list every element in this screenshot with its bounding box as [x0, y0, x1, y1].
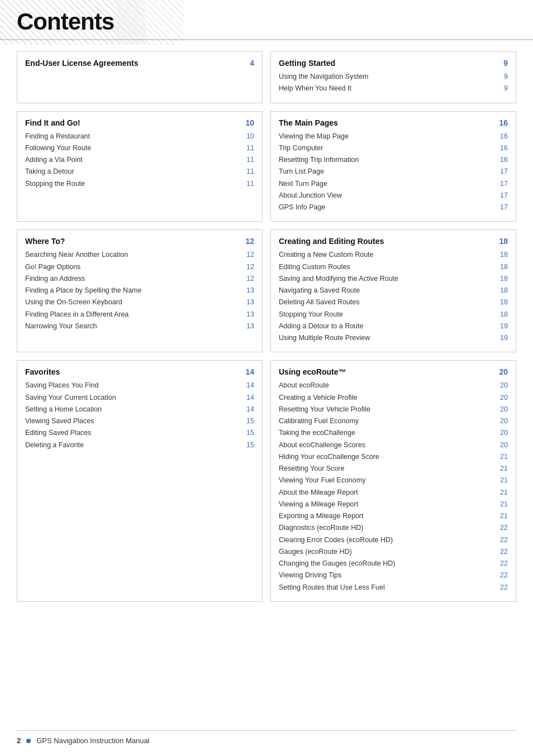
list-item: About ecoChallenge Scores20 [279, 439, 508, 451]
toc-item-label: Trip Computer [279, 142, 323, 154]
toc-item-label: About Junction View [279, 190, 342, 202]
list-item: Creating a Vehicle Profile20 [279, 392, 508, 404]
section-end-user: End-User License Agreements 4 [17, 51, 263, 103]
list-item: Changing the Gauges (ecoRoute HD)22 [279, 558, 508, 570]
toc-item-page: 17 [497, 178, 508, 190]
section-creating-routes-page: 18 [494, 237, 508, 246]
toc-item-label: Using the On-Screen Keyboard [25, 296, 122, 308]
toc-item-page: 21 [497, 451, 508, 463]
list-item: GPS Info Page17 [279, 202, 508, 213]
toc-item-label: Finding an Address [25, 273, 85, 285]
toc-item-page: 22 [497, 546, 508, 558]
section-find-page: 10 [241, 118, 254, 127]
where-to-items: Searching Near Another Location12Go! Pag… [25, 249, 254, 332]
section-main-pages-page: 16 [494, 118, 508, 127]
toc-item-page: 18 [497, 285, 508, 296]
list-item: Adding a Detour to a Route19 [279, 320, 508, 332]
section-getting-started-title: Getting Started [279, 59, 335, 68]
section-favorites-title: Favorites [25, 367, 60, 376]
favorites-items: Saving Places You Find14Saving Your Curr… [25, 380, 254, 451]
toc-item-label: Using Multiple Route Preview [279, 332, 370, 344]
toc-item-page: 13 [243, 309, 254, 320]
section-ecoroute-title: Using ecoRoute™ [279, 367, 346, 376]
section-where-to-header: Where To? 12 [25, 237, 254, 246]
list-item: Stopping the Route11 [25, 178, 254, 190]
toc-item-page: 14 [243, 380, 254, 391]
section-getting-started-header: Getting Started 9 [279, 59, 508, 68]
toc-item-page: 22 [497, 558, 508, 570]
toc-item-label: Saving Places You Find [25, 380, 98, 391]
list-item: Exporting a Mileage Report21 [279, 510, 508, 522]
list-item: Calibrating Fuel Economy20 [279, 415, 508, 427]
list-item: Taking a Detour11 [25, 166, 254, 178]
list-item: Trip Computer16 [279, 142, 508, 154]
find-items: Finding a Restaurant10Following Your Rou… [25, 131, 254, 190]
list-item: Viewing Your Fuel Economy21 [279, 475, 508, 486]
toc-item-label: Gauges (ecoRoute HD) [279, 546, 352, 558]
toc-item-label: Navigating a Saved Route [279, 285, 360, 296]
toc-item-page: 18 [497, 296, 508, 308]
toc-item-page: 20 [497, 392, 508, 404]
toc-item-label: Turn List Page [279, 166, 324, 178]
section-where-to-page: 12 [241, 237, 254, 246]
toc-item-label: Deleting a Favorite [25, 439, 84, 451]
list-item: Viewing a Mileage Report21 [279, 499, 508, 510]
list-item: Next Turn Page17 [279, 178, 508, 190]
content-wrapper: End-User License Agreements 4 Getting St… [0, 40, 533, 649]
list-item: Saving and Modifying the Active Route18 [279, 273, 508, 285]
footer-bullet-icon [26, 739, 31, 743]
toc-item-page: 20 [497, 427, 508, 439]
mid-row: Find It and Go! 10 Finding a Restaurant1… [17, 111, 516, 222]
toc-item-page: 22 [497, 570, 508, 581]
toc-item-label: Resetting Trip Information [279, 154, 359, 166]
section-main-pages-header: The Main Pages 16 [279, 118, 508, 127]
toc-item-page: 22 [497, 534, 508, 546]
list-item: Viewing Driving Tips22 [279, 570, 508, 581]
toc-item-page: 16 [497, 131, 508, 142]
section-getting-started: Getting Started 9 Using the Navigation S… [270, 51, 516, 103]
toc-item-page: 17 [497, 190, 508, 202]
toc-item-page: 9 [497, 71, 508, 83]
toc-item-page: 20 [497, 404, 508, 415]
toc-item-label: Deleting All Saved Routes [279, 296, 360, 308]
toc-item-page: 21 [497, 463, 508, 475]
toc-item-page: 11 [243, 166, 254, 178]
section-main-pages: The Main Pages 16 Viewing the Map Page16… [270, 111, 516, 222]
list-item: Deleting All Saved Routes18 [279, 296, 508, 308]
toc-item-label: Creating a New Custom Route [279, 249, 374, 261]
list-item: Clearing Error Codes (ecoRoute HD)22 [279, 534, 508, 546]
section-getting-started-page: 9 [494, 59, 508, 68]
section-find-header: Find It and Go! 10 [25, 118, 254, 127]
list-item: Setting a Home Location14 [25, 404, 254, 415]
toc-item-page: 20 [497, 415, 508, 427]
list-item: Resetting Trip Information16 [279, 154, 508, 166]
toc-item-label: About the Mileage Report [279, 487, 358, 499]
list-item: Editing Saved Places15 [25, 427, 254, 439]
toc-item-label: Taking the ecoChallenge [279, 427, 355, 439]
bottom-row: Favorites 14 Saving Places You Find14Sav… [17, 360, 516, 602]
list-item: Viewing the Map Page16 [279, 131, 508, 142]
toc-item-page: 20 [497, 439, 508, 451]
toc-item-label: About ecoRoute [279, 380, 329, 391]
toc-item-label: Editing Saved Places [25, 427, 91, 439]
toc-item-label: Finding a Place by Spelling the Name [25, 285, 141, 296]
toc-item-label: Hiding Your ecoChallenge Score [279, 451, 379, 463]
toc-item-page: 12 [243, 261, 254, 273]
toc-item-page: 17 [497, 202, 508, 213]
list-item: Diagnostics (ecoRoute HD)22 [279, 522, 508, 534]
list-item: Navigating a Saved Route18 [279, 285, 508, 296]
toc-item-label: Stopping the Route [25, 178, 85, 190]
list-item: Editing Custom Routes18 [279, 261, 508, 273]
page-footer: 2 GPS Navigation Instruction Manual [17, 730, 516, 745]
section-favorites: Favorites 14 Saving Places You Find14Sav… [17, 360, 263, 602]
section-end-user-page: 4 [241, 59, 254, 68]
section-find-title: Find It and Go! [25, 118, 80, 127]
list-item: Using the Navigation System9 [279, 71, 508, 83]
toc-item-page: 11 [243, 178, 254, 190]
list-item: Viewing Saved Places15 [25, 415, 254, 427]
list-item: Turn List Page17 [279, 166, 508, 178]
toc-item-label: Finding a Restaurant [25, 131, 90, 142]
toc-item-page: 15 [243, 427, 254, 439]
list-item: About the Mileage Report21 [279, 487, 508, 499]
toc-item-page: 22 [497, 582, 508, 594]
